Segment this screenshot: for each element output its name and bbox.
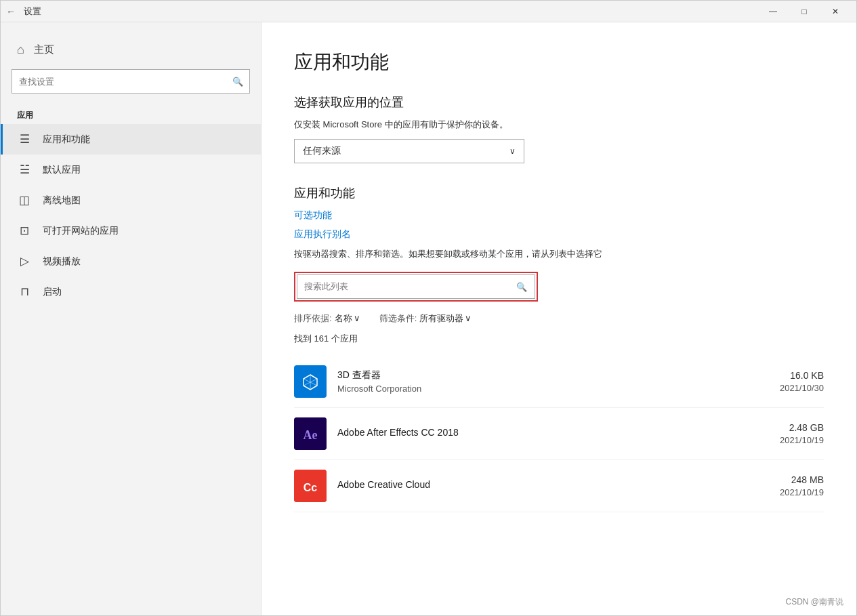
sidebar-item-apps-features[interactable]: ☰ 应用和功能 [1,124,261,155]
video-playback-icon: ▷ [17,254,32,268]
offline-maps-icon: ◫ [17,193,32,207]
app-date-cc: 2021/10/19 [756,487,824,497]
sidebar-item-offline-maps[interactable]: ◫ 离线地图 [1,185,261,215]
apps-search-icon: 🔍 [516,281,527,291]
3d-viewer-svg [299,371,321,392]
app-size-date-ae: 2.48 GB 2021/10/19 [756,422,824,445]
location-section-title: 选择获取应用的位置 [294,94,824,110]
app-icon-3d-viewer [294,365,327,398]
apps-section-title: 应用和功能 [294,185,824,201]
default-apps-icon: ☱ [17,163,32,177]
sidebar-item-default-apps[interactable]: ☱ 默认应用 [1,155,261,185]
cc-svg: Cc [294,470,327,502]
app-size-date-cc: 248 MB 2021/10/19 [756,474,824,497]
sidebar-item-home[interactable]: ⌂ 主页 [1,36,261,64]
app-size-3d-viewer: 16.0 KB [756,370,824,381]
svg-text:Ae: Ae [304,428,318,441]
default-apps-label: 默认应用 [43,164,81,176]
page-title: 应用和功能 [294,49,824,75]
close-button[interactable]: ✕ [820,1,851,22]
app-publisher-3d-viewer: Microsoft Corporation [337,384,756,394]
back-button[interactable]: ← [6,6,16,17]
optional-features-link[interactable]: 可选功能 [294,209,824,222]
sidebar-item-startup[interactable]: ⊓ 启动 [1,276,261,307]
sidebar-section-apps: 应用 [1,104,261,124]
app-name-ae: Adobe After Effects CC 2018 [337,427,756,438]
filter-value-button[interactable]: 所有驱动器 ∨ [419,312,472,325]
open-websites-label: 可打开网站的应用 [43,225,119,237]
settings-window: ← 设置 — □ ✕ ⌂ 主页 🔍 应用 ☰ [0,0,857,616]
svg-text:Cc: Cc [304,482,318,493]
apps-features-label: 应用和功能 [43,134,90,146]
apps-search-box: 🔍 [294,272,538,302]
video-playback-label: 视频播放 [43,255,81,268]
content-area: 应用和功能 选择获取应用的位置 仅安装 Microsoft Store 中的应用… [262,22,856,615]
app-size-cc: 248 MB [756,474,824,485]
app-size-date-3d-viewer: 16.0 KB 2021/10/30 [756,370,824,393]
sidebar-item-open-websites[interactable]: ⊡ 可打开网站的应用 [1,215,261,246]
app-date-ae: 2021/10/19 [756,435,824,445]
minimize-button[interactable]: — [757,1,789,22]
apps-description: 按驱动器搜索、排序和筛选。如果想要卸载或移动某个应用，请从列表中选择它 [294,247,824,261]
source-dropdown-value: 任何来源 [303,145,341,157]
sidebar: ⌂ 主页 🔍 应用 ☰ 应用和功能 ☱ 默认应用 ◫ 离线地图 [1,22,262,615]
sort-value-button[interactable]: 名称 ∨ [335,312,360,325]
app-info-3d-viewer: 3D 查看器 Microsoft Corporation [337,369,756,394]
app-icon-cc: Cc [294,470,327,502]
apps-search-input[interactable] [297,274,535,299]
app-info-ae: Adobe After Effects CC 2018 [337,427,756,440]
startup-label: 启动 [43,286,62,298]
filter-label: 筛选条件: [379,312,417,325]
apps-list: 3D 查看器 Microsoft Corporation 16.0 KB 202… [294,356,824,512]
app-item-cc[interactable]: Cc Adobe Creative Cloud 248 MB 2021/10/1… [294,460,824,512]
source-dropdown[interactable]: 任何来源 ∨ [294,139,524,163]
app-date-3d-viewer: 2021/10/30 [756,383,824,393]
sidebar-search-icon: 🔍 [232,77,243,87]
open-websites-icon: ⊡ [17,224,32,238]
home-label: 主页 [34,43,54,56]
found-count: 找到 161 个应用 [294,333,824,345]
app-size-ae: 2.48 GB [756,422,824,433]
ae-svg: Ae [294,417,327,450]
sort-filter-row: 排序依据: 名称 ∨ 筛选条件: 所有驱动器 ∨ [294,312,824,325]
main-layout: ⌂ 主页 🔍 应用 ☰ 应用和功能 ☱ 默认应用 ◫ 离线地图 [1,22,856,615]
location-description: 仅安装 Microsoft Store 中的应用有助于保护你的设备。 [294,119,824,131]
app-info-cc: Adobe Creative Cloud [337,479,756,492]
app-icon-ae: Ae [294,417,327,450]
offline-maps-label: 离线地图 [43,194,81,207]
titlebar: ← 设置 — □ ✕ [1,1,856,22]
sidebar-search-box: 🔍 [12,69,250,94]
sidebar-item-video-playback[interactable]: ▷ 视频播放 [1,246,261,276]
sidebar-search-input[interactable] [12,69,250,94]
watermark: CSDN @南青说 [785,596,843,608]
apps-features-icon: ☰ [17,132,32,146]
app-item-3d-viewer[interactable]: 3D 查看器 Microsoft Corporation 16.0 KB 202… [294,356,824,408]
sort-label: 排序依据: [294,312,332,325]
app-name-3d-viewer: 3D 查看器 [337,369,756,382]
home-icon: ⌂ [17,43,24,57]
maximize-button[interactable]: □ [789,1,820,22]
source-dropdown-chevron: ∨ [509,146,516,156]
app-name-cc: Adobe Creative Cloud [337,479,756,490]
alias-link[interactable]: 应用执行别名 [294,228,824,241]
window-controls: — □ ✕ [757,1,851,22]
window-title: 设置 [24,5,41,18]
startup-icon: ⊓ [17,285,32,299]
app-item-ae[interactable]: Ae Adobe After Effects CC 2018 2.48 GB 2… [294,408,824,460]
